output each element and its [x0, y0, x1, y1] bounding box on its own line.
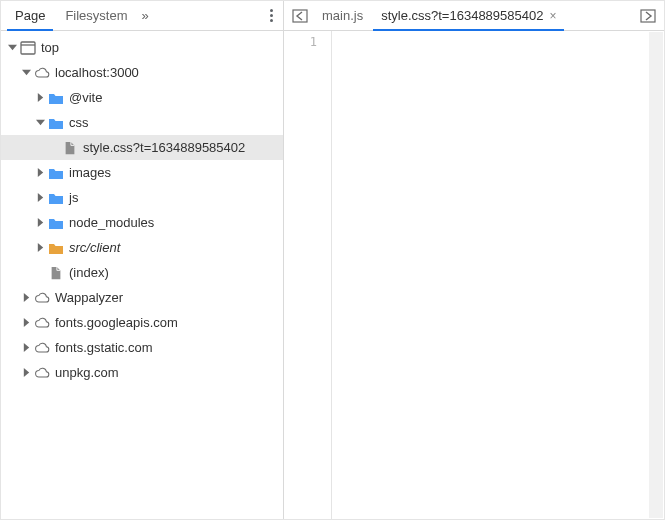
editor-tabstrip: main.js style.css?t=1634889585402 × — [284, 1, 664, 31]
tab-label: style.css?t=1634889585402 — [381, 8, 543, 23]
folder-icon — [47, 116, 65, 130]
tree-node-images[interactable]: images — [1, 160, 283, 185]
tab-label: Page — [15, 8, 45, 23]
tree-label: node_modules — [69, 215, 154, 230]
tree-label: localhost:3000 — [55, 65, 139, 80]
tree-label: Wappalyzer — [55, 290, 123, 305]
tree-node-vite[interactable]: @vite — [1, 85, 283, 110]
chevron-down-icon[interactable] — [5, 43, 19, 52]
sidebar-tabstrip: Page Filesystem » — [1, 1, 283, 31]
tree-node-stylecss[interactable]: style.css?t=1634889585402 — [1, 135, 283, 160]
tree-node-fontsgstatic[interactable]: fonts.gstatic.com — [1, 335, 283, 360]
vertical-scrollbar[interactable] — [649, 32, 663, 518]
tree-label: css — [69, 115, 89, 130]
tree-label: @vite — [69, 90, 102, 105]
file-icon — [61, 141, 79, 155]
chevron-right-icon[interactable] — [19, 343, 33, 352]
nav-back-icon[interactable] — [288, 9, 312, 23]
editor-tab-stylecss[interactable]: style.css?t=1634889585402 × — [373, 1, 564, 30]
line-number: 1 — [284, 35, 317, 49]
kebab-menu-icon[interactable] — [260, 9, 283, 22]
tab-filesystem[interactable]: Filesystem — [55, 1, 137, 30]
chevron-right-icon[interactable] — [33, 243, 47, 252]
tree-label: src/client — [69, 240, 120, 255]
chevron-right-icon[interactable] — [33, 218, 47, 227]
chevron-right-icon[interactable] — [33, 93, 47, 102]
tree-label: fonts.gstatic.com — [55, 340, 153, 355]
sources-sidebar: Page Filesystem » top localhost:3000 — [1, 1, 284, 519]
editor-pane: main.js style.css?t=1634889585402 × 1 — [284, 1, 664, 519]
tab-label: Filesystem — [65, 8, 127, 23]
tree-node-top[interactable]: top — [1, 35, 283, 60]
tree-node-fontsgoogle[interactable]: fonts.googleapis.com — [1, 310, 283, 335]
tree-label: js — [69, 190, 78, 205]
code-area[interactable] — [332, 31, 664, 519]
tree-label: style.css?t=1634889585402 — [83, 140, 245, 155]
folder-icon — [47, 166, 65, 180]
chevron-right-icon[interactable] — [33, 168, 47, 177]
cloud-icon — [33, 291, 51, 305]
tree-node-js[interactable]: js — [1, 185, 283, 210]
tree-label: fonts.googleapis.com — [55, 315, 178, 330]
file-icon — [47, 266, 65, 280]
folder-icon — [47, 216, 65, 230]
chevron-right-icon[interactable] — [19, 293, 33, 302]
frame-icon — [19, 41, 37, 55]
close-icon[interactable]: × — [549, 9, 556, 23]
tree-node-nodemodules[interactable]: node_modules — [1, 210, 283, 235]
tree-node-unpkg[interactable]: unpkg.com — [1, 360, 283, 385]
tree-label: unpkg.com — [55, 365, 119, 380]
tab-label: main.js — [322, 8, 363, 23]
file-tree: top localhost:3000 @vite css — [1, 31, 283, 519]
tree-node-localhost[interactable]: localhost:3000 — [1, 60, 283, 85]
tree-label: top — [41, 40, 59, 55]
tab-page[interactable]: Page — [5, 1, 55, 30]
chevron-right-icon[interactable] — [19, 318, 33, 327]
line-gutter: 1 — [284, 31, 332, 519]
editor-body: 1 — [284, 31, 664, 519]
tree-label: images — [69, 165, 111, 180]
cloud-icon — [33, 66, 51, 80]
cloud-icon — [33, 316, 51, 330]
tree-node-wappalyzer[interactable]: Wappalyzer — [1, 285, 283, 310]
nav-forward-icon[interactable] — [636, 9, 660, 23]
chevron-right-icon[interactable] — [19, 368, 33, 377]
tree-node-index[interactable]: (index) — [1, 260, 283, 285]
editor-tab-mainjs[interactable]: main.js — [314, 1, 371, 30]
cloud-icon — [33, 366, 51, 380]
cloud-icon — [33, 341, 51, 355]
folder-icon — [47, 191, 65, 205]
tree-label: (index) — [69, 265, 109, 280]
more-tabs-icon[interactable]: » — [138, 8, 153, 23]
folder-icon — [47, 241, 65, 255]
chevron-down-icon[interactable] — [33, 118, 47, 127]
tree-node-css[interactable]: css — [1, 110, 283, 135]
tree-node-srcclient[interactable]: src/client — [1, 235, 283, 260]
chevron-right-icon[interactable] — [33, 193, 47, 202]
chevron-down-icon[interactable] — [19, 68, 33, 77]
folder-icon — [47, 91, 65, 105]
